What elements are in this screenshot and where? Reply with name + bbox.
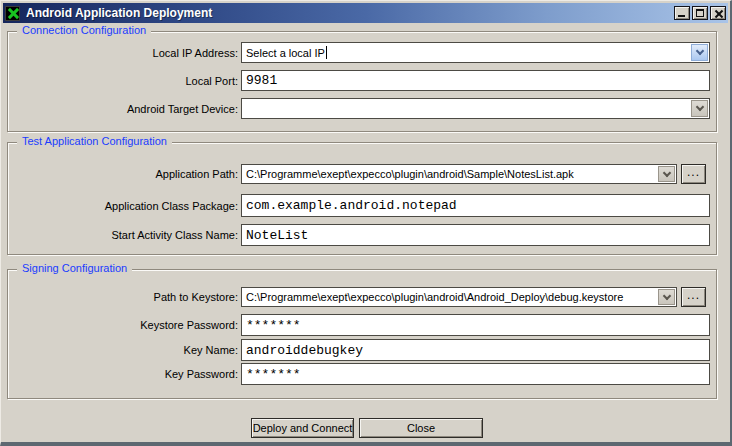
chevron-down-icon bbox=[695, 103, 703, 111]
keystore-password-value: ******* bbox=[242, 318, 301, 333]
chevron-down-icon bbox=[695, 47, 703, 55]
close-dialog-button[interactable]: Close bbox=[359, 418, 483, 438]
keystore-path-label: Path to Keystore: bbox=[12, 291, 238, 303]
close-button[interactable] bbox=[710, 6, 726, 20]
start-activity-label: Start Activity Class Name: bbox=[12, 229, 238, 241]
field-row: Key Password: ******* bbox=[8, 363, 716, 385]
local-ip-combobox[interactable]: Select a local IP bbox=[241, 42, 710, 63]
title-bar[interactable]: Android Application Deployment bbox=[3, 3, 728, 23]
application-path-dropdown-button[interactable] bbox=[658, 166, 675, 182]
chevron-down-icon bbox=[662, 291, 670, 299]
start-activity-input[interactable]: NoteList bbox=[241, 224, 710, 246]
local-ip-label: Local IP Address: bbox=[12, 47, 238, 59]
local-port-input[interactable]: 9981 bbox=[241, 70, 710, 91]
local-ip-value: Select a local IP bbox=[242, 47, 325, 59]
application-path-browse-button[interactable]: ... bbox=[681, 164, 706, 184]
maximize-button[interactable] bbox=[692, 6, 708, 20]
class-package-label: Application Class Package: bbox=[12, 200, 238, 212]
window-title: Android Application Deployment bbox=[26, 6, 672, 20]
group-title: Test Application Configuration bbox=[17, 135, 172, 147]
target-device-label: Android Target Device: bbox=[12, 103, 238, 115]
target-device-combobox[interactable] bbox=[241, 98, 710, 119]
class-package-input[interactable]: com.example.android.notepad bbox=[241, 194, 710, 217]
keystore-path-dropdown-button[interactable] bbox=[658, 289, 675, 305]
field-row: Path to Keystore: C:\Programme\exept\exp… bbox=[8, 287, 716, 307]
target-device-dropdown-button[interactable] bbox=[691, 100, 708, 117]
field-row: Application Class Package: com.example.a… bbox=[8, 194, 716, 217]
application-path-combobox[interactable]: C:\Programme\exept\expecco\plugin\androi… bbox=[241, 164, 677, 184]
field-row: Android Target Device: bbox=[8, 98, 716, 119]
key-password-input[interactable]: ******* bbox=[241, 363, 710, 385]
group-title: Signing Configuration bbox=[17, 262, 132, 274]
key-name-label: Key Name: bbox=[12, 344, 238, 356]
keystore-path-combobox[interactable]: C:\Programme\exept\expecco\plugin\androi… bbox=[241, 287, 677, 307]
keystore-password-label: Keystore Password: bbox=[12, 319, 238, 331]
group-test-application-configuration: Test Application Configuration Applicati… bbox=[7, 142, 717, 255]
text-cursor bbox=[326, 46, 327, 59]
maximize-icon bbox=[696, 9, 704, 17]
application-path-value: C:\Programme\exept\expecco\plugin\androi… bbox=[242, 168, 574, 180]
application-path-label: Application Path: bbox=[12, 168, 238, 180]
expecco-app-icon bbox=[5, 6, 20, 21]
field-row: Keystore Password: ******* bbox=[8, 314, 716, 336]
keystore-path-value: C:\Programme\exept\expecco\plugin\androi… bbox=[242, 291, 623, 303]
field-row: Key Name: androiddebugkey bbox=[8, 339, 716, 361]
local-port-value: 9981 bbox=[242, 73, 277, 88]
key-name-value: androiddebugkey bbox=[242, 343, 363, 358]
chevron-down-icon bbox=[662, 168, 670, 176]
class-package-value: com.example.android.notepad bbox=[242, 198, 457, 213]
minimize-icon bbox=[678, 15, 685, 17]
android-deployment-dialog: Android Application Deployment Connectio… bbox=[0, 0, 732, 446]
keystore-path-browse-button[interactable]: ... bbox=[681, 287, 706, 307]
key-password-value: ******* bbox=[242, 367, 301, 382]
field-row: Local Port: 9981 bbox=[8, 70, 716, 91]
field-row: Local IP Address: Select a local IP bbox=[8, 42, 716, 63]
key-name-input[interactable]: androiddebugkey bbox=[241, 339, 710, 361]
group-connection-configuration: Connection Configuration Local IP Addres… bbox=[7, 31, 717, 132]
keystore-password-input[interactable]: ******* bbox=[241, 314, 710, 336]
local-ip-dropdown-button[interactable] bbox=[691, 44, 708, 61]
field-row: Application Path: C:\Programme\exept\exp… bbox=[8, 164, 716, 184]
deploy-and-connect-button[interactable]: Deploy and Connect bbox=[251, 418, 354, 438]
group-signing-configuration: Signing Configuration Path to Keystore: … bbox=[7, 269, 717, 399]
field-row: Start Activity Class Name: NoteList bbox=[8, 224, 716, 246]
minimize-button[interactable] bbox=[674, 6, 690, 20]
key-password-label: Key Password: bbox=[12, 368, 238, 380]
group-title: Connection Configuration bbox=[17, 24, 151, 36]
local-port-label: Local Port: bbox=[12, 75, 238, 87]
start-activity-value: NoteList bbox=[242, 228, 308, 243]
